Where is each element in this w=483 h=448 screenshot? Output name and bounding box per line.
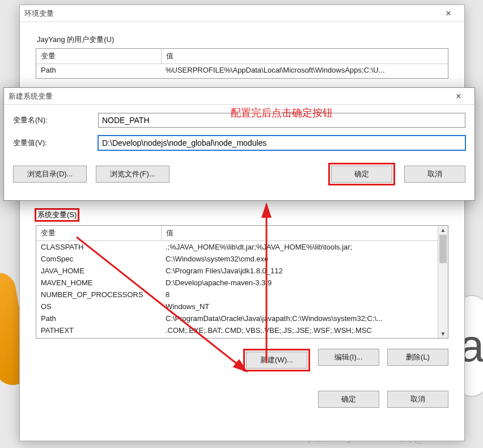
- table-row[interactable]: JAVA_HOMEC:\Program Files\Java\jdk1.8.0_…: [36, 265, 438, 277]
- ok-button[interactable]: 确定: [331, 166, 392, 183]
- close-icon[interactable]: ×: [447, 91, 470, 102]
- col-val[interactable]: 值: [161, 49, 448, 64]
- new-button[interactable]: 新建(W)...: [246, 352, 307, 369]
- browse-dir-button[interactable]: 浏览目录(D)...: [13, 166, 87, 183]
- scroll-down-icon[interactable]: ▼: [438, 331, 448, 337]
- table-row[interactable]: CLASSPATH.;%JAVA_HOME%\lib\dt.jar;%JAVA_…: [36, 241, 438, 253]
- user-vars-table[interactable]: 变量 值 Path %USERPROFILE%\AppData\Local\Mi…: [36, 48, 448, 79]
- table-row[interactable]: Path %USERPROFILE%\AppData\Local\Microso…: [36, 64, 448, 77]
- sys-vars-table[interactable]: 变量 值 CLASSPATH.;%JAVA_HOME%\lib\dt.jar;%…: [36, 225, 448, 339]
- col-var[interactable]: 变量: [36, 226, 161, 241]
- cancel-button[interactable]: 取消: [404, 166, 465, 183]
- new-title: 新建系统变量: [9, 91, 447, 102]
- scroll-up-icon[interactable]: ▲: [438, 227, 448, 233]
- new-sys-var-dialog: 新建系统变量 × 配置完后点击确定按钮 变量名(N): 变量值(V): 浏览目录…: [3, 87, 475, 201]
- delete-button[interactable]: 删除(L): [387, 349, 448, 366]
- table-row[interactable]: PATHEXT.COM;.EXE;.BAT;.CMD;.VBS;.VBE;.JS…: [36, 324, 438, 336]
- table-row[interactable]: OSWindows_NT: [36, 301, 438, 312]
- table-row[interactable]: MAVEN_HOMED:\Develop\apache-maven-3.3.9: [36, 277, 438, 289]
- table-row[interactable]: NUMBER_OF_PROCESSORS8: [36, 289, 438, 301]
- edit-button[interactable]: 编辑(I)...: [318, 349, 379, 366]
- col-val[interactable]: 值: [161, 226, 438, 241]
- var-name-label: 变量名(N):: [13, 115, 98, 125]
- sys-vars-label: 系统变量(S): [36, 209, 78, 221]
- annotation-tip: 配置完后点击确定按钮: [231, 106, 333, 120]
- table-row[interactable]: ComSpecC:\Windows\system32\cmd.exe: [36, 253, 438, 265]
- cancel-button[interactable]: 取消: [387, 391, 448, 408]
- env-vars-dialog: 环境变量 × JayYang 的用户变量(U) 变量 值 Path %USERP…: [19, 5, 465, 441]
- ok-button[interactable]: 确定: [318, 391, 379, 408]
- col-var[interactable]: 变量: [36, 49, 161, 64]
- new-titlebar: 新建系统变量 ×: [4, 88, 474, 105]
- browse-file-button[interactable]: 浏览文件(F)...: [96, 166, 170, 183]
- user-vars-label: JayYang 的用户变量(U): [37, 35, 464, 45]
- var-value-input[interactable]: [98, 136, 465, 150]
- env-title: 环境变量: [24, 9, 437, 19]
- close-icon[interactable]: ×: [437, 9, 460, 19]
- highlight-ok: 确定: [328, 163, 395, 185]
- highlight-new: 新建(W)...: [243, 349, 310, 371]
- scrollbar[interactable]: ▲ ▼: [438, 226, 448, 338]
- scroll-thumb[interactable]: [439, 235, 447, 263]
- table-row[interactable]: PathC:\ProgramData\Oracle\Java\javapath;…: [36, 312, 438, 324]
- var-value-label: 变量值(V):: [13, 138, 98, 148]
- env-titlebar: 环境变量 ×: [20, 5, 464, 22]
